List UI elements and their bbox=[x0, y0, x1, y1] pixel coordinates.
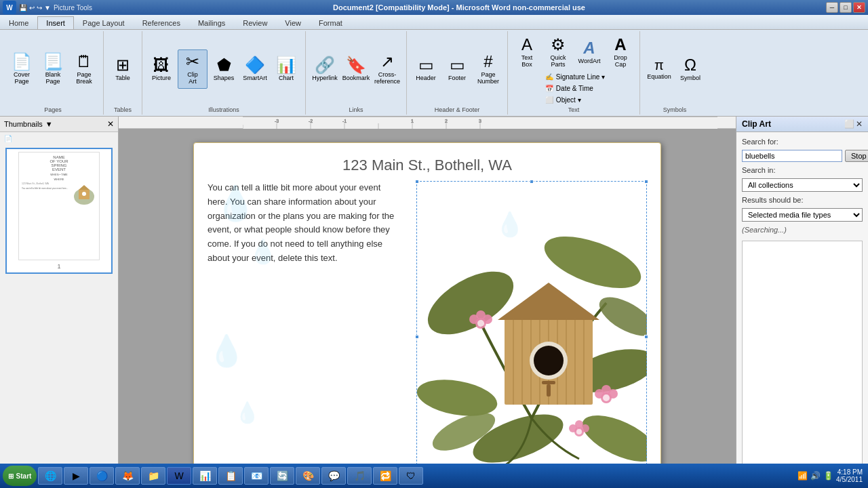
undo-quick-btn[interactable]: ↩ bbox=[29, 4, 35, 12]
blank-page-button[interactable]: 📃 BlankPage bbox=[38, 49, 68, 89]
equation-button[interactable]: π Equation bbox=[644, 49, 674, 89]
taskbar-messenger[interactable]: 💬 bbox=[321, 467, 346, 485]
chart-icon: 📊 bbox=[276, 57, 296, 73]
taskbar-music[interactable]: 🎵 bbox=[347, 467, 372, 485]
cover-page-button[interactable]: 📄 CoverPage bbox=[7, 49, 37, 89]
cross-reference-button[interactable]: ↗ Cross-reference bbox=[372, 49, 402, 89]
results-select[interactable]: Selected media file types bbox=[742, 208, 863, 222]
ribbon-group-header-footer: ▭ Header ▭ Footer # PageNumber Header & … bbox=[407, 31, 508, 115]
hyperlink-button[interactable]: 🔗 Hyperlink bbox=[310, 49, 340, 89]
minimize-button[interactable]: ─ bbox=[826, 2, 838, 13]
redo-quick-btn[interactable]: ↪ bbox=[37, 4, 42, 12]
clipart-header: Clip Art ⬜ ✕ bbox=[736, 117, 868, 132]
messenger-icon: 💬 bbox=[328, 470, 340, 481]
taskbar-word[interactable]: W bbox=[167, 467, 191, 485]
header-footer-group-label: Header & Footer bbox=[435, 105, 480, 113]
save-quick-btn[interactable]: 💾 bbox=[19, 4, 27, 12]
ribbon-content: 📄 CoverPage 📃 BlankPage 🗒 PageBreak Page… bbox=[0, 30, 868, 116]
symbol-button[interactable]: Ω Symbol bbox=[675, 49, 705, 89]
taskbar-excel[interactable]: 📊 bbox=[193, 467, 217, 485]
svg-text:2: 2 bbox=[445, 119, 448, 123]
thumbnail-close-icon[interactable]: ✕ bbox=[107, 119, 114, 129]
svg-point-55 bbox=[576, 429, 582, 434]
pages-items: 📄 CoverPage 📃 BlankPage 🗒 PageBreak bbox=[7, 33, 99, 105]
clip-art-button[interactable]: ✂ ClipArt bbox=[178, 49, 208, 89]
cover-page-icon: 📄 bbox=[12, 54, 32, 70]
birdhouse-svg bbox=[416, 181, 647, 466]
search-input[interactable] bbox=[742, 150, 842, 162]
tab-page-layout[interactable]: Page Layout bbox=[74, 16, 134, 29]
taskbar-paint[interactable]: 🎨 bbox=[296, 467, 320, 485]
page-clipart-image[interactable] bbox=[416, 181, 647, 488]
taskbar-media[interactable]: ▶ bbox=[64, 467, 88, 485]
ribbon: Home Insert Page Layout References Maili… bbox=[0, 15, 868, 117]
taskbar-chrome[interactable]: 🔵 bbox=[90, 467, 114, 485]
excel-icon: 📊 bbox=[199, 470, 211, 481]
close-button[interactable]: ✕ bbox=[853, 2, 865, 13]
thumbnail-item[interactable]: NAMEOF YOURSPRINGEVENT WHEN • TIME WHERE… bbox=[5, 148, 113, 274]
svg-point-3 bbox=[82, 192, 86, 196]
tab-home[interactable]: Home bbox=[0, 16, 37, 29]
object-btn[interactable]: ⬜ Object ▾ bbox=[542, 95, 608, 105]
taskbar-filezilla[interactable]: 🔄 bbox=[270, 467, 294, 485]
drop-cap-icon: A bbox=[614, 37, 626, 53]
main-layout: Thumbnails ▼ ✕ 📄 NAMEOF YOURSPRINGEVENT … bbox=[0, 117, 868, 488]
clipart-resize-icon[interactable]: ⬜ bbox=[844, 119, 854, 129]
tab-review[interactable]: Review bbox=[234, 16, 276, 29]
windows-icon: ⊞ bbox=[8, 472, 14, 480]
links-group-label: Links bbox=[349, 105, 363, 113]
results-label: Results should be: bbox=[742, 196, 863, 204]
ribbon-tabs: Home Insert Page Layout References Maili… bbox=[0, 15, 868, 30]
picture-icon: 🖼 bbox=[153, 57, 170, 73]
taskbar-sync[interactable]: 🔁 bbox=[373, 467, 397, 485]
tab-mailings[interactable]: Mailings bbox=[189, 16, 234, 29]
clipart-results-area bbox=[742, 241, 863, 488]
footer-button[interactable]: ▭ Footer bbox=[442, 49, 472, 89]
taskbar-antivirus[interactable]: 🛡 bbox=[399, 467, 423, 485]
symbol-icon: Ω bbox=[684, 57, 696, 73]
chart-button[interactable]: 📊 Chart bbox=[271, 49, 301, 89]
taskbar-firefox[interactable]: 🦊 bbox=[115, 467, 140, 485]
page-number-button[interactable]: # PageNumber bbox=[473, 49, 503, 89]
taskbar-folder[interactable]: 📁 bbox=[141, 467, 165, 485]
taskbar-ie[interactable]: 🌐 bbox=[38, 467, 62, 485]
wordart-button[interactable]: A WordArt bbox=[574, 33, 604, 72]
date-time-btn[interactable]: 📅 Date & Time bbox=[542, 83, 608, 94]
tab-format[interactable]: Format bbox=[310, 16, 351, 29]
page-break-button[interactable]: 🗒 PageBreak bbox=[69, 49, 99, 89]
search-in-select[interactable]: All collections bbox=[742, 178, 863, 192]
taskbar-powerpoint[interactable]: 📋 bbox=[218, 467, 243, 485]
taskbar-outlook[interactable]: 📧 bbox=[244, 467, 269, 485]
tab-insert[interactable]: Insert bbox=[37, 16, 74, 29]
powerpoint-icon: 📋 bbox=[225, 470, 237, 481]
smartart-button[interactable]: 🔷 SmartArt bbox=[240, 49, 270, 89]
quick-parts-icon: ⚙ bbox=[551, 37, 566, 53]
text-box-button[interactable]: A TextBox bbox=[512, 33, 542, 72]
clipart-close-button[interactable]: ✕ bbox=[856, 119, 863, 129]
text-box-icon: A bbox=[521, 37, 532, 53]
svg-point-53 bbox=[581, 424, 589, 432]
bookmark-button[interactable]: 🔖 Bookmark bbox=[341, 49, 371, 89]
svg-point-45 bbox=[477, 320, 484, 327]
stop-button[interactable]: Stop bbox=[845, 150, 868, 162]
document-area[interactable]: -3 -2 -1 1 2 3 💧 💧 💧 💧 💧 bbox=[119, 117, 736, 488]
picture-button[interactable]: 🖼 Picture bbox=[146, 49, 176, 89]
page-inner: 123 Main St., Bothell, WA You can tell a… bbox=[194, 143, 660, 488]
dropdown-quick-btn[interactable]: ▼ bbox=[44, 4, 51, 12]
search-status: (Searching...) bbox=[742, 226, 863, 234]
ribbon-group-links: 🔗 Hyperlink 🔖 Bookmark ↗ Cross-reference… bbox=[306, 31, 407, 115]
start-button[interactable]: ⊞ Start bbox=[3, 466, 37, 486]
quick-parts-button[interactable]: ⚙ QuickParts bbox=[543, 33, 573, 72]
signature-line-btn[interactable]: ✍ Signature Line ▾ bbox=[542, 72, 608, 82]
outlook-icon: 📧 bbox=[251, 470, 262, 481]
thumbnail-dropdown-icon[interactable]: ▼ bbox=[45, 120, 53, 128]
shapes-button[interactable]: ⬟ Shapes bbox=[209, 49, 239, 89]
drop-cap-button[interactable]: A DropCap bbox=[606, 33, 635, 72]
horizontal-ruler: -3 -2 -1 1 2 3 bbox=[119, 117, 736, 129]
tab-view[interactable]: View bbox=[276, 16, 310, 29]
taskbar: ⊞ Start 🌐 ▶ 🔵 🦊 📁 W 📊 📋 📧 🔄 bbox=[0, 464, 868, 488]
maximize-button[interactable]: □ bbox=[840, 2, 852, 13]
table-button[interactable]: ⊞ Table bbox=[108, 49, 138, 89]
tab-references[interactable]: References bbox=[134, 16, 189, 29]
header-button[interactable]: ▭ Header bbox=[411, 49, 441, 89]
